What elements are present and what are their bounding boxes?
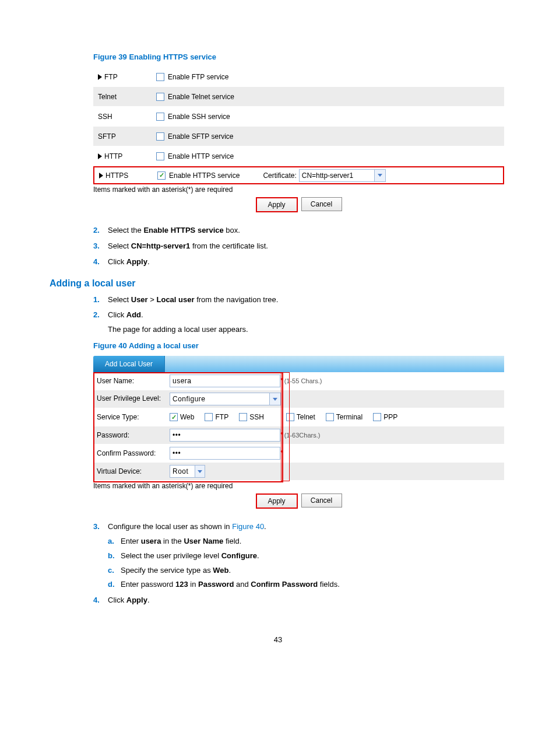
expand-icon[interactable]	[98, 74, 102, 80]
highlight-box-left	[93, 372, 283, 482]
required-note: Items marked with an asterisk(*) are req…	[93, 186, 504, 194]
heading-adding-local-user: Adding a local user	[50, 278, 506, 289]
checkbox-http[interactable]	[156, 152, 164, 160]
row-sftp: SFTP Enable SFTP service	[93, 127, 504, 146]
substep-a: a.Enter usera in the User Name field.	[108, 536, 506, 547]
checkbox-label: Enable SSH service	[168, 113, 230, 121]
step-b2-detail: The page for adding a local user appears…	[108, 324, 506, 335]
steps-list-b: 1.Select User > Local user from the navi…	[93, 295, 506, 336]
label-telnet: Telnet	[98, 93, 117, 101]
substeps: a.Enter usera in the User Name field. b.…	[108, 536, 506, 590]
apply-button[interactable]: Apply	[256, 494, 298, 509]
row-telnet: Telnet Enable Telnet service	[93, 87, 504, 107]
checkbox-https[interactable]	[157, 172, 166, 180]
substep-d: d.Enter password 123 in Password and Con…	[108, 579, 506, 590]
figure40: Add Local User User Name: usera *(1-55 C…	[93, 356, 504, 509]
substep-b: b.Select the user privilege level Config…	[108, 551, 506, 562]
checkbox-telnet[interactable]	[156, 93, 164, 101]
step-b2: 2.Click Add. The page for adding a local…	[93, 310, 506, 335]
substep-c: c.Specify the service type as Web.	[108, 565, 506, 576]
step-b1: 1.Select User > Local user from the navi…	[93, 295, 506, 306]
certificate-label: Certificate:	[263, 172, 296, 180]
row-https: HTTPS Enable HTTPS service Certificate: …	[93, 166, 504, 184]
checkbox-label: Enable HTTP service	[168, 152, 234, 160]
button-row: Apply Cancel	[93, 197, 504, 212]
highlight-box-right	[281, 372, 290, 481]
steps-list-a: 2.Select the Enable HTTPS service box. 3…	[93, 225, 506, 268]
cancel-button[interactable]: Cancel	[301, 494, 342, 508]
checkbox-sftp[interactable]	[156, 132, 164, 141]
row-http: HTTP Enable HTTP service	[93, 146, 504, 166]
cancel-button[interactable]: Cancel	[301, 197, 342, 211]
checkbox-label: Enable FTP service	[168, 73, 229, 81]
expand-icon[interactable]	[98, 153, 102, 159]
tab-strip: Add Local User	[93, 356, 504, 372]
label-ftp: FTP	[104, 73, 118, 81]
button-row: Apply Cancel	[93, 494, 504, 509]
label-sftp: SFTP	[98, 132, 116, 141]
page: Figure 39 Enabling HTTPS service FTP Ena…	[0, 0, 556, 679]
row-ssh: SSH Enable SSH service	[93, 107, 504, 127]
dropdown-icon[interactable]	[375, 169, 386, 182]
label-https: HTTPS	[105, 172, 128, 180]
label-http: HTTP	[104, 152, 122, 160]
step-4: 4.Click Apply.	[93, 257, 506, 268]
figure39-caption: Figure 39 Enabling HTTPS service	[93, 52, 506, 61]
checkbox-label: Enable SFTP service	[168, 132, 234, 141]
step-c3: 3.Configure the local user as shown in F…	[93, 522, 506, 590]
step-2: 2.Select the Enable HTTPS service box.	[93, 225, 506, 236]
steps-list-c: 3.Configure the local user as shown in F…	[93, 522, 506, 606]
checkbox-label: Enable Telnet service	[168, 93, 234, 101]
username-hint: (1-55 Chars.)	[284, 377, 322, 384]
figure39: FTP Enable FTP service Telnet Enable Tel…	[93, 67, 504, 212]
checkbox-ssh[interactable]	[156, 113, 164, 121]
label-ssh: SSH	[98, 113, 112, 121]
apply-button[interactable]: Apply	[256, 197, 298, 212]
checkbox-label: Enable HTTPS service	[169, 172, 240, 180]
certificate-select[interactable]: CN=http-server1	[299, 169, 375, 182]
required-note: Items marked with an asterisk(*) are req…	[93, 482, 504, 490]
figure-link[interactable]: Figure 40	[232, 522, 264, 531]
chevron-down-icon	[378, 174, 382, 177]
tab-add-local-user[interactable]: Add Local User	[93, 356, 165, 372]
row-ftp: FTP Enable FTP service	[93, 67, 504, 87]
figure40-caption: Figure 40 Adding a local user	[93, 341, 506, 350]
page-number: 43	[50, 635, 506, 644]
checkbox-ftp[interactable]	[156, 73, 164, 81]
checkbox-terminal[interactable]	[326, 413, 334, 421]
step-c4: 4.Click Apply.	[93, 595, 506, 606]
checkbox-ppp[interactable]	[373, 413, 381, 421]
step-3: 3.Select CN=http-server1 from the certif…	[93, 241, 506, 252]
expand-icon[interactable]	[99, 173, 103, 178]
